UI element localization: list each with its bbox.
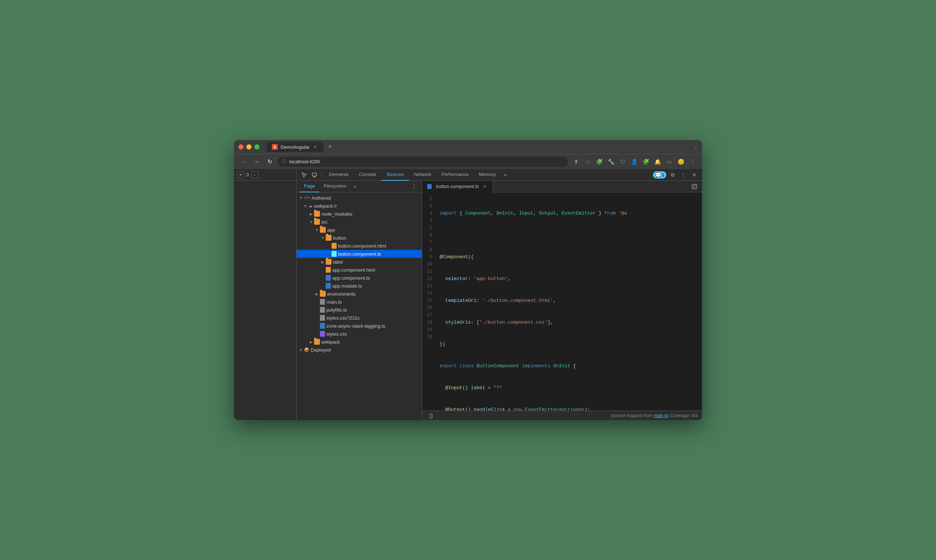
share-icon[interactable]: ⬆ [571,157,581,167]
pretty-print-button[interactable]: {} [427,411,436,420]
file-icon-styles-hash [320,315,325,321]
traffic-lights [238,145,259,149]
code-tab-button-ts[interactable]: button.component.ts ✕ [422,181,493,192]
environments-arrow [314,292,320,296]
extensions-icon[interactable]: 🧩 [594,157,604,167]
file-icon-app-ts [326,275,331,281]
devtools-settings-button[interactable]: ⚙ [668,170,677,180]
app-component-ts[interactable]: app.component.ts [297,274,422,282]
app-ts-label: app.component.ts [332,275,370,281]
tab-console[interactable]: Console [354,169,381,181]
zone-async-label: zone-async-stack-tagging.ts [327,323,386,329]
tab-elements[interactable]: Elements [324,169,354,181]
polyfills-ts[interactable]: polyfills.ts [297,306,422,314]
menu-button[interactable]: ⋮ [688,157,698,167]
source-nav-menu[interactable]: ⋮ [409,182,419,191]
tab-filesystem[interactable]: Filesystem [319,181,350,192]
code-line-2 [439,232,702,239]
button-component-ts[interactable]: button.component.ts [297,250,422,258]
forward-button[interactable]: → [251,157,262,167]
devtools-tabs: Elements Console Sources Network Perform… [324,169,652,181]
code-content[interactable]: 1 2 3 4 5 6 7 8 9 10 11 12 13 [422,192,702,411]
file-icon-main-ts [320,299,325,305]
zoom-controls: + 0 - [237,171,258,178]
main-ts[interactable]: main.ts [297,298,422,306]
environments-folder[interactable]: environments [297,290,422,298]
address-bar[interactable]: ⓘ localhost:4200 [278,157,568,167]
svg-rect-0 [312,173,317,176]
button-label: button [333,235,346,241]
extensions2-icon[interactable]: 🧩 [641,157,651,167]
deployed-section[interactable]: 📦 Deployed [297,346,422,354]
code-format-button[interactable] [689,182,699,191]
code-tab-close[interactable]: ✕ [482,184,488,189]
browser-tab-active[interactable]: A DemoAngular ✕ [267,142,324,152]
reload-button[interactable]: ↻ [265,157,275,167]
notification-count: 1 [662,173,664,177]
main-ts-label: main.ts [327,299,342,305]
more-tabs-button[interactable]: » [501,169,509,181]
deployed-label: Deployed [311,347,331,353]
src-folder[interactable]: src [297,218,422,226]
profile-icon[interactable]: 👤 [629,157,639,167]
node-modules-folder[interactable]: node_modules [297,210,422,218]
tab-overflow-button[interactable]: ⌄ [694,145,698,149]
button-component-html[interactable]: button.component.html [297,242,422,250]
styles-css-hash[interactable]: styles.css?231c [297,314,422,322]
code-line-10: @Output() handleClick = new EventEmitter… [439,406,702,411]
app-module-ts[interactable]: app.module.ts [297,282,422,290]
file-icon-module-ts [326,283,331,289]
authored-section[interactable]: </> Authored [297,194,422,202]
devtools-icon[interactable]: 🔧 [606,157,616,167]
title-bar: A DemoAngular ✕ + ⌄ [234,140,702,154]
account-icon[interactable]: 🔔 [652,157,663,167]
tab-performance[interactable]: Performance [436,169,473,181]
code-line-9: @Input() label = "?" [439,385,702,392]
app-folder[interactable]: app [297,226,422,234]
sources-panel: Page Filesystem » ⋮ </> [297,181,702,420]
button-html-label: button.component.html [338,243,386,249]
more-source-tabs[interactable]: » [351,181,359,192]
webpack-folder[interactable]: webpack [297,338,422,346]
code-editor-lines[interactable]: import { Component, OnInit, Input, Outpu… [435,192,702,411]
file-icon-ts [332,251,337,257]
zone-async-ts[interactable]: zone-async-stack-tagging.ts [297,322,422,330]
webpack-folder-arrow [308,340,314,344]
devtools-more-button[interactable]: ⋮ [679,170,688,180]
left-sidebar: + 0 - [234,169,297,420]
devtools-close-button[interactable]: ✕ [689,170,699,180]
tab-sources[interactable]: Sources [381,169,409,181]
button-arrow [320,236,326,240]
app-component-html[interactable]: app.component.html [297,266,422,274]
minimize-button[interactable] [247,145,251,149]
notification-badge[interactable]: 💬 1 [653,171,666,178]
bookmark-icon[interactable]: ☆ [583,157,593,167]
tab-page[interactable]: Page [299,181,319,192]
sidebar-icon[interactable]: ▭ [664,157,674,167]
button-folder[interactable]: button [297,234,422,242]
tab-network[interactable]: Network [409,169,437,181]
folder-icon-environments [320,291,326,297]
close-button[interactable] [238,145,244,149]
tab-memory[interactable]: Memory [474,169,501,181]
device-toolbar-button[interactable] [310,170,319,180]
webpack-folder-label: webpack [321,339,340,345]
new-tab-button[interactable]: + [325,142,335,152]
back-button[interactable]: ← [238,157,248,167]
maximize-button[interactable] [254,145,259,149]
status-text: (source mapped from main.js) Coverage: n… [436,413,698,418]
zoom-minus-button[interactable]: - [251,171,258,178]
user-avatar[interactable]: 😊 [676,157,686,167]
webpack-root[interactable]: ☁ webpack:// [297,202,422,210]
code-line-6: styleUrls: ['./button.component.css'], [439,319,702,326]
select-element-button[interactable] [299,170,309,180]
sources-nav-tabs: Page Filesystem » ⋮ [297,181,422,192]
label-folder[interactable]: label [297,258,422,266]
adblock-icon[interactable]: 🛡 [618,157,628,167]
tab-close-button[interactable]: ✕ [313,144,318,150]
styles-css[interactable]: styles.css [297,330,422,338]
toolbar-separator [321,172,322,178]
label-label: label [333,259,343,265]
zoom-plus-button[interactable]: + [237,171,244,178]
source-map-link[interactable]: main.js [654,413,668,418]
